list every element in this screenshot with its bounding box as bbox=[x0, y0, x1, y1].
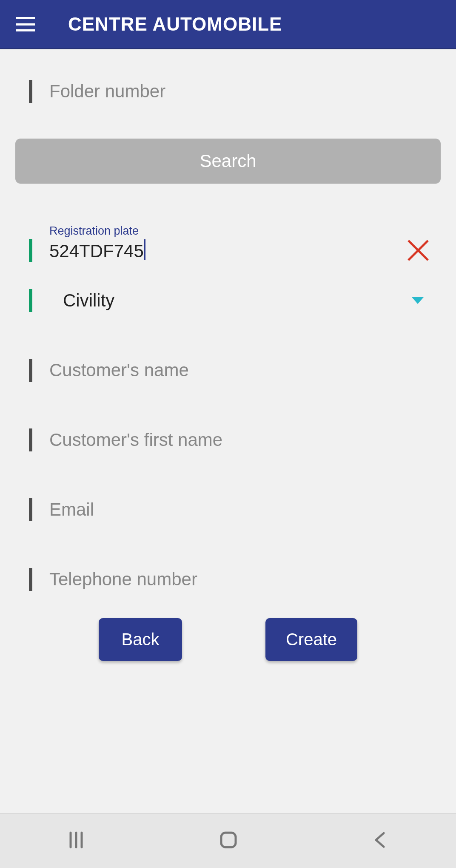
menu-icon[interactable] bbox=[16, 17, 35, 31]
system-nav-bar bbox=[0, 813, 456, 868]
back-icon[interactable] bbox=[372, 831, 389, 850]
email-field[interactable]: Email bbox=[29, 498, 427, 521]
civility-dropdown[interactable]: Civility bbox=[29, 289, 427, 312]
recent-apps-icon[interactable] bbox=[67, 831, 85, 851]
create-button-label: Create bbox=[286, 630, 337, 649]
text-cursor bbox=[144, 239, 145, 260]
field-indicator bbox=[29, 289, 32, 312]
folder-number-field[interactable]: Folder number bbox=[29, 80, 427, 103]
field-indicator bbox=[29, 80, 32, 103]
registration-plate-input[interactable]: 524TDF745 bbox=[49, 239, 427, 261]
svg-rect-5 bbox=[221, 833, 236, 847]
customer-name-field[interactable]: Customer's name bbox=[29, 359, 427, 382]
field-indicator bbox=[29, 568, 32, 591]
create-button[interactable]: Create bbox=[265, 618, 357, 661]
field-indicator bbox=[29, 498, 32, 521]
telephone-input[interactable]: Telephone number bbox=[49, 569, 427, 590]
field-indicator bbox=[29, 239, 32, 262]
main-content: Folder number Search Registration plate … bbox=[0, 49, 456, 661]
field-indicator bbox=[29, 359, 32, 382]
registration-plate-label: Registration plate bbox=[49, 224, 139, 238]
registration-plate-value: 524TDF745 bbox=[49, 241, 144, 261]
app-header: CENTRE AUTOMOBILE bbox=[0, 0, 456, 49]
customer-name-input[interactable]: Customer's name bbox=[49, 360, 427, 380]
back-button-label: Back bbox=[122, 630, 160, 649]
chevron-down-icon bbox=[412, 297, 424, 304]
field-indicator bbox=[29, 428, 32, 451]
clear-icon[interactable] bbox=[406, 238, 430, 263]
customer-first-name-field[interactable]: Customer's first name bbox=[29, 428, 427, 451]
search-button-label: Search bbox=[200, 151, 256, 171]
form-actions: Back Create bbox=[15, 618, 441, 661]
app-title: CENTRE AUTOMOBILE bbox=[68, 14, 282, 35]
civility-label: Civility bbox=[63, 290, 412, 311]
telephone-field[interactable]: Telephone number bbox=[29, 568, 427, 591]
customer-first-name-input[interactable]: Customer's first name bbox=[49, 430, 427, 450]
back-button[interactable]: Back bbox=[99, 618, 182, 661]
folder-number-input[interactable]: Folder number bbox=[49, 81, 427, 102]
home-icon[interactable] bbox=[219, 831, 238, 851]
registration-plate-field[interactable]: Registration plate 524TDF745 bbox=[29, 239, 427, 262]
email-input[interactable]: Email bbox=[49, 499, 427, 520]
search-button[interactable]: Search bbox=[15, 139, 441, 184]
